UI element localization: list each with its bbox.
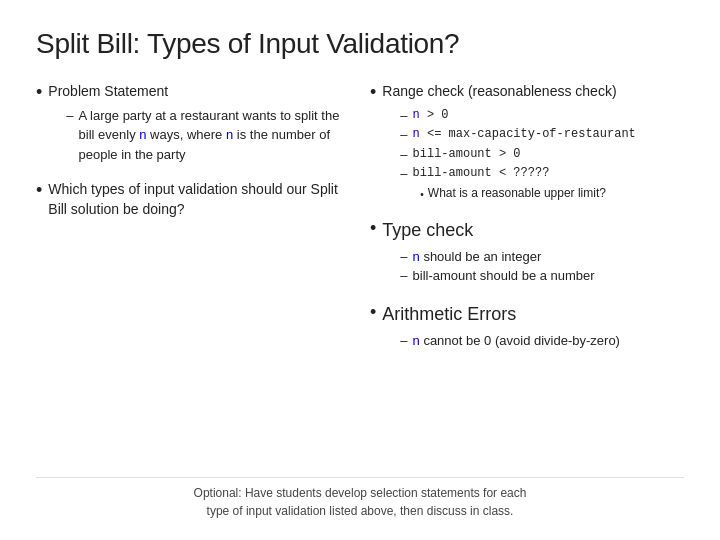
arith-list: – n cannot be 0 (avoid divide-by-zero) — [400, 331, 620, 351]
arith-item-1-text: n cannot be 0 (avoid divide-by-zero) — [413, 331, 620, 351]
slide-title: Split Bill: Types of Input Validation? — [36, 28, 684, 60]
range-item-2: – n <= max-capacity-of-restaurant — [400, 125, 635, 145]
range-sub-sub: • What is a reasonable upper limit? — [420, 184, 635, 202]
range-item-3-text: bill-amount > 0 — [413, 145, 521, 163]
range-sub-sub-text: What is a reasonable upper limit? — [428, 184, 606, 202]
content-area: • Problem Statement – A large party at a… — [36, 82, 684, 467]
type-check-label: Type check — [382, 220, 473, 240]
range-item-4: – bill-amount < ????? — [400, 164, 635, 184]
left-bullet-2: • Which types of input validation should… — [36, 180, 350, 219]
type-item-1-text: n should be an integer — [413, 247, 542, 267]
type-item-2: – bill-amount should be a number — [400, 266, 594, 286]
range-item-1-text: n > 0 — [413, 106, 449, 124]
range-check-label: Range check (reasonableness check) — [382, 83, 616, 99]
type-check-content: Type check – n should be an integer – bi… — [382, 218, 594, 286]
bullet-dot-range: • — [370, 82, 376, 104]
highlight-n-1: n — [139, 127, 146, 142]
type-item-2-text: bill-amount should be a number — [413, 266, 595, 286]
left-column: • Problem Statement – A large party at a… — [36, 82, 360, 467]
range-check-content: Range check (reasonableness check) – n >… — [382, 82, 635, 202]
right-bullet-arith: • Arithmetic Errors – n cannot be 0 (avo… — [370, 302, 684, 351]
range-item-4-text: bill-amount < ????? — [413, 164, 550, 182]
arith-label: Arithmetic Errors — [382, 304, 516, 324]
footer-line1: Optional: Have students develop selectio… — [36, 484, 684, 502]
left-sub-text-1: A large party at a restaurant wants to s… — [79, 106, 350, 165]
slide: Split Bill: Types of Input Validation? •… — [0, 0, 720, 540]
range-item-3: – bill-amount > 0 — [400, 145, 635, 165]
type-check-list: – n should be an integer – bill-amount s… — [400, 247, 594, 286]
footer-line2: type of input validation listed above, t… — [36, 502, 684, 520]
left-bullet-2-label: Which types of input validation should o… — [48, 180, 350, 219]
highlight-n-2: n — [226, 127, 233, 142]
left-sub-item-1: – A large party at a restaurant wants to… — [66, 106, 350, 165]
right-bullet-type: • Type check – n should be an integer – … — [370, 218, 684, 286]
range-item-1: – n > 0 — [400, 106, 635, 126]
bullet-dot-arith: • — [370, 302, 376, 324]
bullet-dot-type: • — [370, 218, 376, 240]
left-bullet-1-label: Problem Statement — [48, 83, 168, 99]
arith-item-1: – n cannot be 0 (avoid divide-by-zero) — [400, 331, 620, 351]
footer: Optional: Have students develop selectio… — [36, 477, 684, 520]
type-item-1: – n should be an integer — [400, 247, 594, 267]
left-sub-list-1: – A large party at a restaurant wants to… — [66, 106, 350, 165]
bullet-dot-1: • — [36, 82, 42, 104]
bullet-dot-2: • — [36, 180, 42, 202]
left-bullet-1: • Problem Statement – A large party at a… — [36, 82, 350, 164]
right-bullet-range: • Range check (reasonableness check) – n… — [370, 82, 684, 202]
right-column: • Range check (reasonableness check) – n… — [360, 82, 684, 467]
range-item-2-text: n <= max-capacity-of-restaurant — [413, 125, 636, 143]
range-check-list: – n > 0 – n <= max-capacity-of-restauran… — [400, 106, 635, 202]
left-bullet-1-content: Problem Statement – A large party at a r… — [48, 82, 350, 164]
arith-content: Arithmetic Errors – n cannot be 0 (avoid… — [382, 302, 620, 351]
